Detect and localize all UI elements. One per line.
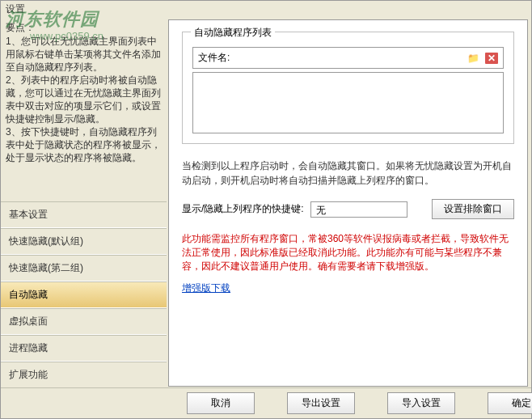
program-list[interactable]: [192, 72, 504, 133]
cancel-button[interactable]: 取消: [187, 392, 255, 414]
export-settings-button[interactable]: 导出设置: [287, 392, 355, 414]
file-bar: 文件名: ✕: [192, 47, 504, 69]
ok-button[interactable]: 确定: [488, 392, 532, 414]
shortcut-input[interactable]: 无: [310, 201, 407, 218]
bottom-bar: 取消 导出设置 导入设置 确定: [1, 387, 531, 418]
shortcut-row: 显示/隐藏上列程序的快捷键: 无 设置排除窗口: [182, 199, 514, 219]
group-title: 自动隐藏程序列表: [191, 26, 275, 40]
nav-quick-hide-second[interactable]: 快速隐藏(第二组): [1, 255, 167, 281]
import-settings-button[interactable]: 导入设置: [387, 392, 455, 414]
content: 要点： 1、您可以在无忧隐藏主界面列表中用鼠标右键单击某项将其文件名添加至自动隐…: [1, 18, 531, 388]
file-label: 文件名:: [198, 51, 230, 65]
tips-body: 1、您可以在无忧隐藏主界面列表中用鼠标右键单击某项将其文件名添加至自动隐藏程序列…: [6, 35, 162, 164]
right-panel: 自动隐藏程序列表 文件名: ✕ 当检测到以上程序启动时，会自动隐藏其窗口。如果将…: [168, 19, 528, 387]
nav-quick-hide-default[interactable]: 快速隐藏(默认组): [1, 228, 167, 255]
tips-heading: 要点：: [6, 21, 162, 34]
shortcut-label: 显示/隐藏上列程序的快捷键:: [182, 202, 304, 216]
left-panel: 要点： 1、您可以在无忧隐藏主界面列表中用鼠标右键单击某项将其文件名添加至自动隐…: [1, 18, 167, 388]
exclude-windows-button[interactable]: 设置排除窗口: [432, 199, 514, 219]
nav-auto-hide[interactable]: 自动隐藏: [1, 281, 167, 308]
window-title: 设置: [1, 1, 531, 18]
enhanced-download-link[interactable]: 增强版下载: [182, 282, 230, 294]
nav-virtual-desktop[interactable]: 虚拟桌面: [1, 308, 167, 335]
nav: 基本设置 快速隐藏(默认组) 快速隐藏(第二组) 自动隐藏 虚拟桌面 进程隐藏 …: [1, 201, 167, 388]
tips-box: 要点： 1、您可以在无忧隐藏主界面列表中用鼠标右键单击某项将其文件名添加至自动隐…: [1, 18, 167, 201]
nav-basic-settings[interactable]: 基本设置: [1, 201, 167, 228]
nav-extensions[interactable]: 扩展功能: [1, 362, 167, 388]
settings-window: 设置 河东软件园 www.pc0359.cn 要点： 1、您可以在无忧隐藏主界面…: [0, 0, 532, 419]
browse-folder-icon[interactable]: [466, 52, 480, 65]
description-text: 当检测到以上程序启动时，会自动隐藏其窗口。如果将无忧隐藏设置为开机自动启动，则开…: [182, 159, 514, 188]
auto-hide-group: 自动隐藏程序列表 文件名: ✕: [182, 32, 514, 144]
nav-process-hide[interactable]: 进程隐藏: [1, 335, 167, 362]
warning-text: 此功能需监控所有程序窗口，常被360等软件误报病毒或者拦截，导致软件无法正常使用…: [182, 232, 514, 273]
delete-icon[interactable]: ✕: [485, 53, 498, 64]
